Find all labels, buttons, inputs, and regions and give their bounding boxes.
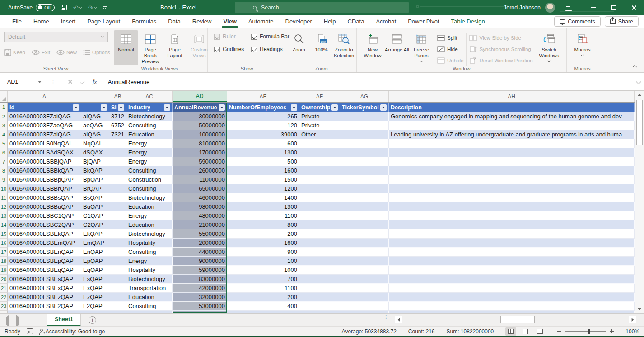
- cell[interactable]: [340, 248, 389, 257]
- cell[interactable]: dSQAX: [81, 148, 109, 157]
- row-number[interactable]: 4: [0, 130, 8, 139]
- cell[interactable]: C1QAP: [81, 211, 109, 220]
- cell[interactable]: Genomics company engaged in mapping and …: [389, 112, 635, 121]
- cancel-icon[interactable]: [68, 80, 72, 84]
- zoom-to-selection-button[interactable]: Zoom to Selection: [333, 30, 355, 65]
- cell[interactable]: [109, 148, 126, 157]
- cell[interactable]: [340, 130, 389, 139]
- column-header-hidden[interactable]: [81, 91, 109, 102]
- checkbox-gridlines[interactable]: Gridlines: [214, 46, 251, 52]
- cell[interactable]: 0016A00000LSBEpQAP: [8, 257, 81, 266]
- cell[interactable]: 55000000: [173, 229, 227, 239]
- row-number[interactable]: 12: [0, 202, 8, 211]
- cell[interactable]: 26000000: [173, 166, 227, 175]
- filter-button[interactable]: [291, 104, 297, 111]
- new-sheet-button[interactable]: +: [89, 316, 96, 324]
- cell[interactable]: [389, 293, 635, 302]
- keep-button[interactable]: Keep: [4, 47, 25, 57]
- ribbon-tab-view[interactable]: View: [217, 15, 242, 28]
- filter-button[interactable]: [331, 104, 338, 111]
- cell[interactable]: 1300: [227, 202, 299, 211]
- table-header-ownership[interactable]: Ownership: [299, 103, 340, 112]
- cell[interactable]: 59000000: [173, 266, 227, 275]
- autosave-toggle[interactable]: AutoSave Off: [8, 4, 55, 11]
- cell[interactable]: [109, 266, 126, 275]
- cell[interactable]: [299, 239, 340, 248]
- ribbon-tab-formulas[interactable]: Formulas: [126, 15, 162, 28]
- cell[interactable]: Biotechnology: [126, 193, 173, 202]
- row-number[interactable]: 11: [0, 193, 8, 202]
- cell[interactable]: Education: [126, 130, 173, 139]
- cell[interactable]: [389, 184, 635, 193]
- cell[interactable]: [109, 175, 126, 184]
- cell[interactable]: 53000000: [173, 302, 227, 311]
- checkbox-formula-bar[interactable]: Formula Bar: [251, 33, 289, 40]
- vertical-scrollbar-thumb[interactable]: [636, 100, 643, 145]
- cell[interactable]: 0016A00000LSBBpQAP: [8, 175, 81, 184]
- cell[interactable]: 1000: [227, 266, 299, 275]
- cell[interactable]: BsQAP: [81, 193, 109, 202]
- ribbon-display-options-icon[interactable]: [565, 5, 572, 11]
- ribbon-tab-cdata[interactable]: CData: [342, 15, 370, 28]
- cell[interactable]: 0016A00000LSBC1QAP: [8, 211, 81, 220]
- cell[interactable]: aiQAG: [81, 130, 109, 139]
- redo-button[interactable]: ↷: [88, 4, 97, 11]
- cell[interactable]: [389, 284, 635, 293]
- cell[interactable]: [299, 148, 340, 157]
- ribbon-tab-data[interactable]: Data: [162, 15, 186, 28]
- row-number[interactable]: 13: [0, 211, 8, 220]
- search-input[interactable]: Search: [235, 2, 409, 13]
- sheet-nav-right-icon[interactable]: [16, 317, 20, 322]
- row-number[interactable]: 15: [0, 229, 8, 239]
- cell[interactable]: [340, 220, 389, 229]
- cell[interactable]: [340, 202, 389, 211]
- cell[interactable]: 120: [227, 121, 299, 130]
- switch-windows-button[interactable]: Switch Windows: [537, 30, 561, 62]
- cell[interactable]: Consulting: [126, 166, 173, 175]
- cell[interactable]: [340, 275, 389, 284]
- cell[interactable]: 3712: [109, 112, 126, 121]
- cell[interactable]: Consulting: [126, 121, 173, 130]
- cell[interactable]: Private: [299, 112, 340, 121]
- cell[interactable]: 100: [227, 257, 299, 266]
- filter-button[interactable]: [101, 104, 107, 111]
- cell[interactable]: Consulting: [126, 248, 173, 257]
- filter-button[interactable]: [73, 104, 79, 111]
- filter-button[interactable]: [118, 104, 124, 111]
- ribbon-tab-developer[interactable]: Developer: [280, 15, 318, 28]
- cell[interactable]: Biotechnology: [126, 112, 173, 121]
- page-layout-button[interactable]: Page Layout: [163, 30, 187, 65]
- column-header-AE[interactable]: AE: [227, 91, 299, 102]
- zoom-slider-thumb[interactable]: [588, 329, 590, 334]
- cell[interactable]: alQAG: [81, 112, 109, 121]
- cell[interactable]: BkQAP: [81, 166, 109, 175]
- checkbox-ruler[interactable]: Ruler: [214, 33, 251, 40]
- cell[interactable]: 44000000: [173, 248, 227, 257]
- cell[interactable]: [340, 284, 389, 293]
- avatar[interactable]: [545, 3, 555, 13]
- row-number[interactable]: 14: [0, 220, 8, 229]
- cell[interactable]: [340, 302, 389, 311]
- cell[interactable]: 0016A00000LS0NqQAL: [8, 139, 81, 148]
- cell[interactable]: 0016A000003FZaeQAG: [8, 121, 81, 130]
- hide-button[interactable]: Hide: [437, 44, 463, 54]
- cell[interactable]: 200: [227, 229, 299, 239]
- options-button[interactable]: Options: [83, 47, 110, 57]
- filter-button[interactable]: [164, 104, 170, 111]
- cell[interactable]: 21000000: [173, 220, 227, 229]
- row-number[interactable]: 10: [0, 184, 8, 193]
- cell[interactable]: Hospitality: [126, 266, 173, 275]
- cell[interactable]: [389, 211, 635, 220]
- cell[interactable]: 1400: [227, 193, 299, 202]
- arrange-all-button[interactable]: Arrange All: [385, 30, 409, 65]
- page-break-preview-button[interactable]: Page Break Preview: [138, 30, 163, 65]
- cell[interactable]: [340, 257, 389, 266]
- cell[interactable]: [389, 157, 635, 166]
- tab-scrollbar-splitter[interactable]: ⋮: [384, 316, 388, 318]
- user-name[interactable]: Jerod Johnson: [504, 5, 541, 11]
- save-button[interactable]: [61, 5, 67, 10]
- cell[interactable]: [299, 202, 340, 211]
- cell[interactable]: [389, 166, 635, 175]
- cell[interactable]: [299, 266, 340, 275]
- reset-window-position-button[interactable]: Reset Window Position: [469, 56, 532, 66]
